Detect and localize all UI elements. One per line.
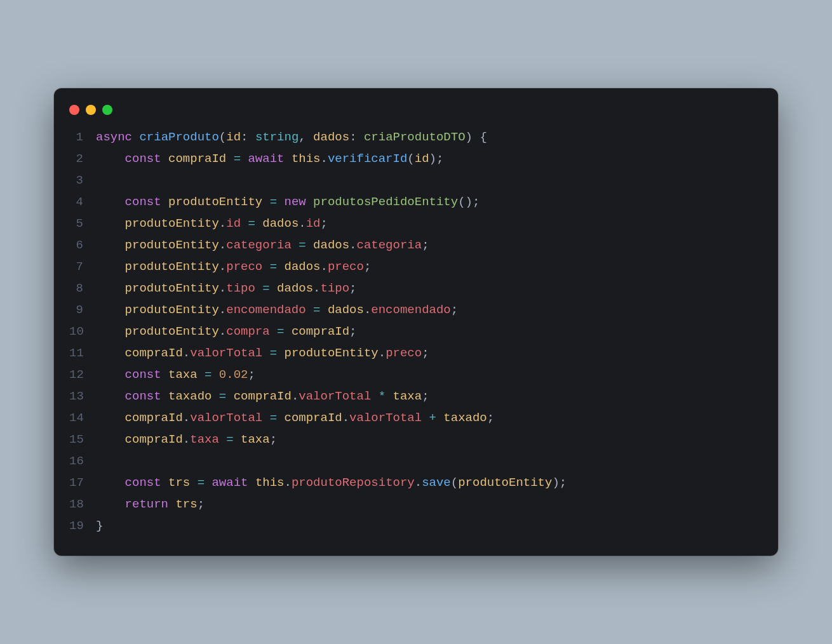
window-titlebar [54,104,778,126]
line-number: 12 [69,364,83,386]
code-line[interactable]: produtoEntity.tipo = dados.tipo; [96,278,567,299]
code-line[interactable]: const trs = await this.produtoRepository… [96,472,567,493]
code-line[interactable]: const compraId = await this.verificarId(… [96,148,567,170]
code-line[interactable]: produtoEntity.encomendado = dados.encome… [96,299,567,321]
line-number: 16 [69,450,83,472]
line-number: 6 [69,234,83,256]
code-content[interactable]: async criaProduto(id: string, dados: cri… [96,126,567,537]
code-line[interactable]: return trs; [96,493,567,515]
line-number: 11 [69,342,83,364]
line-number: 9 [69,299,83,321]
line-number: 15 [69,429,83,450]
code-window: 12345678910111213141516171819 async cria… [54,88,778,556]
code-line[interactable]: produtoEntity.preco = dados.preco; [96,256,567,278]
line-number: 18 [69,493,83,515]
line-number: 8 [69,278,83,299]
code-line[interactable]: async criaProduto(id: string, dados: cri… [96,126,567,148]
line-number: 13 [69,386,83,407]
minimize-icon[interactable] [86,105,96,115]
code-editor[interactable]: 12345678910111213141516171819 async cria… [54,126,778,537]
code-line[interactable]: compraId.valorTotal = produtoEntity.prec… [96,342,567,364]
code-line[interactable]: const taxado = compraId.valorTotal * tax… [96,386,567,407]
line-number: 19 [69,515,83,537]
code-line[interactable] [96,450,567,472]
code-line[interactable]: const produtoEntity = new produtosPedido… [96,191,567,213]
line-number: 4 [69,191,83,213]
line-number: 3 [69,170,83,191]
code-line[interactable]: } [96,515,567,537]
maximize-icon[interactable] [102,105,112,115]
code-line[interactable]: const taxa = 0.02; [96,364,567,386]
code-line[interactable]: produtoEntity.id = dados.id; [96,213,567,234]
line-number: 14 [69,407,83,429]
line-number: 1 [69,126,83,148]
code-line[interactable]: produtoEntity.compra = compraId; [96,321,567,342]
close-icon[interactable] [69,105,79,115]
code-line[interactable]: compraId.taxa = taxa; [96,429,567,450]
line-number: 5 [69,213,83,234]
code-line[interactable] [96,170,567,191]
line-number: 7 [69,256,83,278]
code-line[interactable]: produtoEntity.categoria = dados.categori… [96,234,567,256]
line-number: 17 [69,472,83,493]
line-number: 10 [69,321,83,342]
line-number: 2 [69,148,83,170]
line-number-gutter: 12345678910111213141516171819 [69,126,96,537]
code-line[interactable]: compraId.valorTotal = compraId.valorTota… [96,407,567,429]
